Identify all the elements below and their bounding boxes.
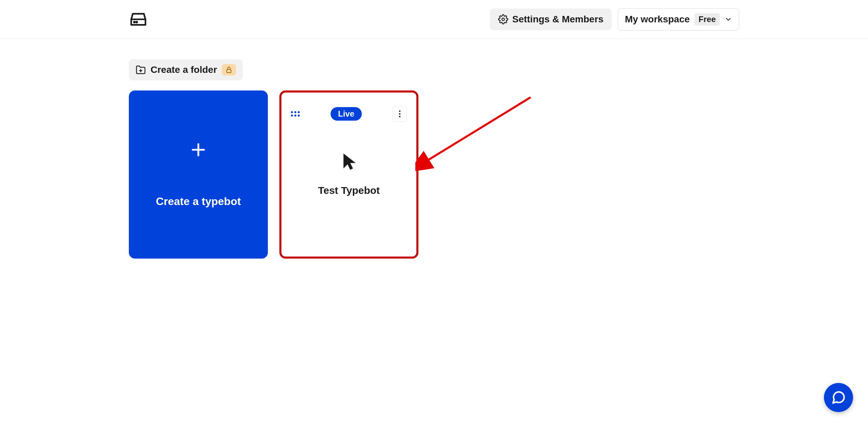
workspace-name: My workspace: [625, 14, 690, 25]
dots-vertical-icon: [399, 110, 401, 118]
chevron-down-icon: [725, 16, 732, 23]
main-content: Create a folder Create a typebot: [0, 39, 868, 279]
typebot-name: Test Typebot: [318, 185, 380, 196]
svg-rect-6: [227, 69, 231, 73]
lock-badge: [222, 64, 236, 76]
folder-plus-icon: [136, 65, 146, 75]
plus-icon: [190, 141, 207, 161]
typebot-grid: Create a typebot Live: [129, 90, 739, 259]
settings-members-button[interactable]: Settings & Members: [490, 8, 612, 30]
svg-point-1: [134, 22, 135, 23]
lock-icon: [225, 66, 233, 74]
header-controls: Settings & Members My workspace Free: [490, 8, 739, 30]
create-folder-button[interactable]: Create a folder: [129, 59, 243, 80]
typebot-card-header: Live: [291, 106, 407, 122]
status-badge: Live: [331, 107, 362, 121]
svg-line-13: [426, 97, 531, 162]
svg-point-3: [502, 18, 505, 21]
svg-point-11: [399, 116, 400, 117]
svg-point-10: [399, 113, 400, 115]
typebot-card[interactable]: Live Test Typebot: [279, 90, 418, 259]
app-logo[interactable]: [129, 10, 148, 29]
cursor-icon: [341, 152, 357, 172]
drag-handle-icon[interactable]: [291, 111, 300, 117]
chat-icon: [831, 390, 846, 405]
create-typebot-card[interactable]: Create a typebot: [129, 90, 268, 259]
chat-launcher-button[interactable]: [824, 383, 853, 412]
create-typebot-label: Create a typebot: [156, 195, 241, 208]
settings-members-label: Settings & Members: [512, 14, 604, 25]
plan-badge: Free: [694, 13, 720, 25]
gear-icon: [498, 14, 508, 24]
more-options-button[interactable]: [393, 106, 407, 122]
create-folder-label: Create a folder: [151, 64, 217, 75]
svg-point-9: [399, 110, 400, 112]
storage-icon: [129, 10, 148, 29]
svg-point-2: [136, 22, 137, 23]
workspace-selector[interactable]: My workspace Free: [618, 8, 739, 30]
app-header: Settings & Members My workspace Free: [0, 0, 868, 39]
annotation-arrow: [415, 94, 537, 182]
